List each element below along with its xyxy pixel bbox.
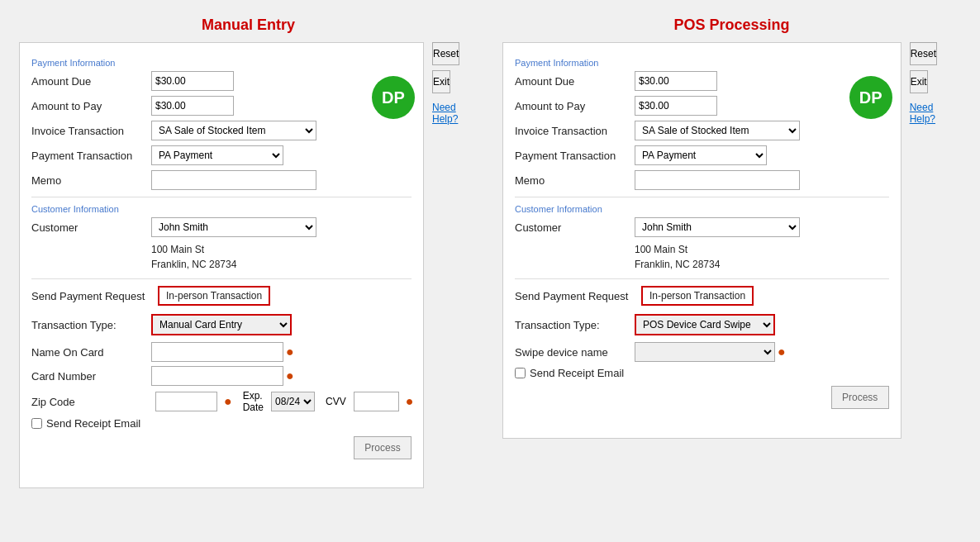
cvv-required-icon: ● [406,394,414,409]
amount-due-input-left[interactable] [151,71,234,91]
invoice-transaction-label-right: Invoice Transaction [515,125,635,137]
card-number-label: Card Number [31,370,151,383]
right-panel-title: POS Processing [502,17,961,34]
zip-code-label: Zip Code [31,396,151,408]
invoice-transaction-label-left: Invoice Transaction [31,125,151,137]
amount-due-label-left: Amount Due [31,75,151,88]
memo-label-left: Memo [31,174,151,187]
send-receipt-checkbox-right[interactable] [515,368,526,378]
zip-required-icon: ● [224,394,232,409]
card-required-icon: ● [286,368,294,383]
memo-input-right[interactable] [635,170,800,190]
customer-label-left: Customer [31,221,151,234]
transaction-type-select-right[interactable]: POS Device Card Swipe [635,314,775,335]
reset-button-right[interactable]: Reset [910,42,937,65]
payment-transaction-select-right[interactable]: PA Payment [635,145,767,165]
payment-transaction-label-right: Payment Transaction [515,150,635,162]
invoice-transaction-select-left[interactable]: SA Sale of Stocked Item [151,121,316,140]
send-receipt-checkbox-left[interactable] [31,418,42,429]
send-receipt-label-right: Send Receipt Email [530,367,624,379]
invoice-transaction-select-right[interactable]: SA Sale of Stocked Item [635,121,800,140]
customer-label-right: Customer [515,221,635,234]
payment-transaction-select-left[interactable]: PA Payment [151,145,283,165]
customer-info-label-right: Customer Information [515,204,889,214]
process-button-right[interactable]: Process [831,386,889,409]
need-help-link-left[interactable]: Need Help? [432,102,478,125]
customer-info-label-left: Customer Information [31,204,412,214]
transaction-type-label-left: Transaction Type: [31,319,151,331]
swipe-device-label: Swipe device name [515,346,635,359]
memo-label-right: Memo [515,174,635,187]
send-receipt-label-left: Send Receipt Email [46,417,140,430]
amount-to-pay-label-right: Amount to Pay [515,100,635,112]
exp-date-select[interactable]: 08/24 [271,392,315,411]
amount-to-pay-input-right[interactable] [635,96,717,116]
name-on-card-input[interactable] [151,342,283,362]
transaction-type-select-left[interactable]: Manual Card Entry [151,314,292,335]
exit-button-left[interactable]: Exit [432,70,450,93]
customer-select-right[interactable]: John Smith [635,217,800,237]
cvv-input[interactable] [354,392,399,411]
amount-due-label-right: Amount Due [515,75,635,88]
need-help-link-right[interactable]: Need Help? [910,102,961,125]
avatar-left: DP [372,76,415,119]
payment-transaction-label-left: Payment Transaction [31,150,151,162]
left-panel-title: Manual Entry [19,17,478,34]
amount-due-input-right[interactable] [635,71,717,91]
exit-button-right[interactable]: Exit [910,70,928,93]
amount-to-pay-label-left: Amount to Pay [31,100,151,112]
cvv-label: CVV [326,396,346,407]
inperson-button-left[interactable]: In-person Transaction [158,286,270,306]
name-required-icon: ● [286,345,294,359]
transaction-type-label-right: Transaction Type: [515,319,635,331]
swipe-required-icon: ● [778,345,786,359]
process-button-left[interactable]: Process [354,436,412,459]
address-left: 100 Main St Franklin, NC 28734 [151,242,412,272]
avatar-right: DP [849,76,892,119]
memo-input-left[interactable] [151,170,316,190]
payment-info-label-left: Payment Information [31,58,412,68]
address-right: 100 Main St Franklin, NC 28734 [635,242,889,272]
amount-to-pay-input-left[interactable] [151,96,234,116]
send-payment-label-left: Send Payment Request [31,290,151,302]
name-on-card-label: Name On Card [31,346,151,359]
inperson-button-right[interactable]: In-person Transaction [641,286,754,306]
customer-select-left[interactable]: John Smith [151,217,316,237]
send-payment-label-right: Send Payment Request [515,290,635,302]
zip-input[interactable] [155,392,217,411]
reset-button-left[interactable]: Reset [432,42,459,65]
exp-date-label: Exp. Date [243,390,264,413]
payment-info-label-right: Payment Information [515,58,889,68]
swipe-device-select[interactable] [635,342,775,362]
card-number-input[interactable] [151,366,283,386]
